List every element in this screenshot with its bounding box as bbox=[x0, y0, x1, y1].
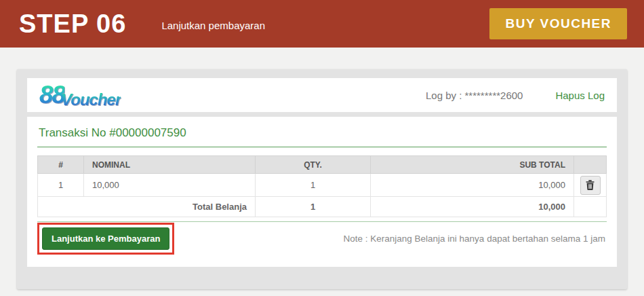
card-body: Transaksi No #00000007590 # NOMINAL QTY.… bbox=[27, 117, 617, 267]
step-subtitle: Lanjutkan pembayaran bbox=[161, 20, 265, 31]
transaction-title: Transaksi No #00000007590 bbox=[37, 125, 607, 147]
card-header: 88 Voucher Log by : *********2600 Hapus … bbox=[27, 78, 617, 112]
buy-voucher-button[interactable]: BUY VOUCHER bbox=[489, 8, 627, 39]
total-amount: 10,000 bbox=[371, 197, 574, 217]
column-header-no: # bbox=[38, 156, 84, 174]
column-header-qty: QTY. bbox=[256, 156, 371, 174]
column-header-action bbox=[574, 156, 607, 174]
trash-icon bbox=[586, 180, 595, 190]
checkout-card: 88 Voucher Log by : *********2600 Hapus … bbox=[17, 69, 627, 289]
note-text: Note : Keranjang Belanja ini hanya dapat… bbox=[343, 234, 607, 244]
logo-voucher-text: Voucher bbox=[61, 92, 121, 108]
delete-row-button[interactable] bbox=[580, 176, 601, 195]
brand-logo[interactable]: 88 Voucher bbox=[39, 82, 121, 108]
table-row: 1 10,000 1 10,000 bbox=[38, 174, 607, 197]
highlight-box: Lanjutkan ke Pembayaran bbox=[37, 223, 174, 255]
table-header-row: # NOMINAL QTY. SUB TOTAL bbox=[38, 156, 607, 174]
total-qty: 1 bbox=[256, 197, 371, 217]
hapus-log-link[interactable]: Hapus Log bbox=[555, 90, 605, 101]
total-row: Total Belanja 1 10,000 bbox=[38, 197, 607, 217]
card-footer: Lanjutkan ke Pembayaran Note : Keranjang… bbox=[37, 223, 607, 255]
total-action-empty-cell bbox=[574, 197, 607, 217]
cell-row-number: 1 bbox=[38, 174, 84, 197]
total-label: Total Belanja bbox=[38, 197, 256, 217]
cart-table: # NOMINAL QTY. SUB TOTAL 1 10,000 1 10,0… bbox=[37, 155, 607, 217]
cell-action bbox=[574, 174, 607, 197]
column-header-subtotal: SUB TOTAL bbox=[371, 156, 574, 174]
lanjutkan-pembayaran-button[interactable]: Lanjutkan ke Pembayaran bbox=[42, 227, 169, 250]
footer-divider bbox=[37, 221, 607, 222]
log-by-text: Log by : *********2600 bbox=[426, 90, 523, 101]
cell-subtotal: 10,000 bbox=[371, 174, 574, 197]
step-title: STEP 06 bbox=[19, 11, 126, 37]
cell-nominal: 10,000 bbox=[84, 174, 256, 197]
step-banner: STEP 06 Lanjutkan pembayaran BUY VOUCHER bbox=[0, 0, 644, 48]
column-header-nominal: NOMINAL bbox=[84, 156, 256, 174]
cell-qty: 1 bbox=[256, 174, 371, 197]
